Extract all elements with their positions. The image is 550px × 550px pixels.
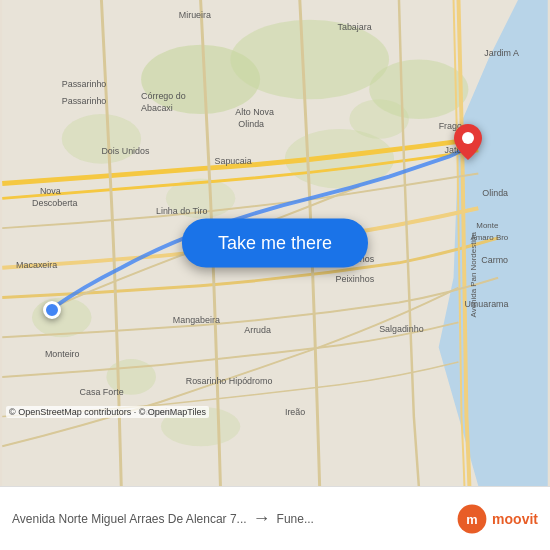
origin-marker bbox=[43, 301, 61, 319]
svg-point-5 bbox=[62, 114, 141, 164]
svg-text:Alto Nova: Alto Nova bbox=[235, 107, 274, 117]
svg-text:Sapucaia: Sapucaia bbox=[214, 156, 251, 166]
svg-text:Peixinhos: Peixinhos bbox=[336, 274, 375, 284]
to-location-text: Fune... bbox=[277, 512, 314, 526]
svg-text:Olinda: Olinda bbox=[238, 119, 264, 129]
moovit-logo: m moovit bbox=[456, 503, 538, 535]
svg-text:Macaxeira: Macaxeira bbox=[16, 260, 57, 270]
svg-text:Mirueira: Mirueira bbox=[179, 10, 211, 20]
svg-text:Tabajara: Tabajara bbox=[337, 22, 371, 32]
svg-text:Dois Unidos: Dois Unidos bbox=[101, 146, 150, 156]
svg-text:Linha do Tiro: Linha do Tiro bbox=[156, 206, 208, 216]
svg-text:m: m bbox=[466, 511, 477, 526]
svg-point-11 bbox=[349, 99, 409, 139]
map-container: Mirueira Tabajara Jardim A Passarinho Pa… bbox=[0, 0, 550, 486]
svg-text:Salgadinho: Salgadinho bbox=[379, 324, 424, 334]
svg-text:Avenida Pan Nordestina: Avenida Pan Nordestina bbox=[469, 232, 478, 318]
svg-text:Mangabeira: Mangabeira bbox=[173, 315, 220, 325]
svg-text:Monteiro: Monteiro bbox=[45, 349, 80, 359]
svg-text:Descoberta: Descoberta bbox=[32, 198, 78, 208]
svg-text:Passarinho: Passarinho bbox=[62, 79, 107, 89]
svg-text:Jardim A: Jardim A bbox=[484, 48, 519, 58]
app: Mirueira Tabajara Jardim A Passarinho Pa… bbox=[0, 0, 550, 550]
svg-text:Córrego do: Córrego do bbox=[141, 91, 186, 101]
arrow-icon: → bbox=[253, 508, 271, 529]
svg-text:Nova: Nova bbox=[40, 186, 61, 196]
svg-text:Rosarinho Hipódromo: Rosarinho Hipódromo bbox=[186, 376, 273, 386]
svg-text:Arruda: Arruda bbox=[244, 325, 271, 335]
from-location-text: Avenida Norte Miguel Arraes De Alencar 7… bbox=[12, 512, 247, 526]
copyright-text: © OpenStreetMap contributors · © OpenMap… bbox=[6, 406, 209, 418]
bottom-bar: Avenida Norte Miguel Arraes De Alencar 7… bbox=[0, 486, 550, 550]
svg-text:Abacaxi: Abacaxi bbox=[141, 103, 173, 113]
moovit-logo-text: moovit bbox=[492, 511, 538, 527]
svg-point-47 bbox=[462, 132, 474, 144]
svg-text:Casa Forte: Casa Forte bbox=[80, 387, 124, 397]
svg-text:Carmo: Carmo bbox=[481, 255, 508, 265]
destination-marker bbox=[454, 124, 482, 164]
svg-text:Passarinho: Passarinho bbox=[62, 96, 107, 106]
take-me-there-button[interactable]: Take me there bbox=[182, 219, 368, 268]
moovit-logo-icon: m bbox=[456, 503, 488, 535]
svg-text:Monte: Monte bbox=[476, 221, 499, 230]
svg-text:Olinda: Olinda bbox=[482, 188, 508, 198]
route-info: Avenida Norte Miguel Arraes De Alencar 7… bbox=[12, 508, 448, 529]
svg-text:Ireão: Ireão bbox=[285, 407, 305, 417]
